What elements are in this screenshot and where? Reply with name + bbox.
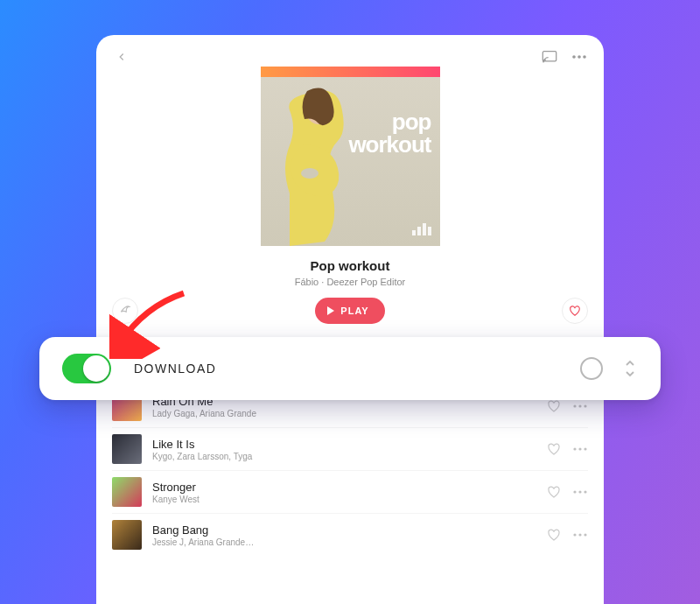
track-name: Stronger (152, 481, 536, 494)
svg-point-10 (578, 447, 581, 450)
svg-point-3 (583, 55, 586, 59)
toggle-knob (83, 355, 109, 382)
track-artist: Kanye West (152, 495, 536, 504)
svg-point-9 (573, 447, 576, 450)
svg-point-8 (584, 404, 586, 407)
search-icon[interactable] (580, 357, 603, 380)
svg-point-1 (572, 55, 576, 59)
header-actions (541, 48, 588, 66)
header-bar (96, 35, 604, 67)
heart-icon[interactable] (546, 441, 562, 457)
play-button[interactable]: PLAY (315, 298, 384, 324)
more-icon[interactable] (572, 484, 588, 500)
track-artist: Lady Gaga, Ariana Grande (152, 409, 536, 418)
action-row: PLAY (96, 296, 604, 326)
playlist-card: pop workout Pop workout Fábio · Deezer P… (96, 35, 604, 604)
heart-icon[interactable] (546, 398, 562, 414)
heart-icon[interactable] (546, 484, 562, 500)
track-row[interactable]: Like It Is Kygo, Zara Larsson, Tyga (112, 428, 588, 471)
svg-point-17 (584, 533, 586, 536)
more-icon[interactable] (572, 441, 588, 457)
more-icon[interactable] (572, 527, 588, 543)
svg-point-16 (578, 533, 581, 536)
download-toggle[interactable] (62, 354, 111, 383)
download-bar: DOWNLOAD (39, 337, 661, 400)
play-icon (327, 306, 334, 315)
svg-point-15 (573, 533, 576, 536)
svg-point-5 (301, 168, 318, 179)
heart-icon[interactable] (546, 527, 562, 543)
track-row[interactable]: Bang Bang Jessie J, Ariana Grande… (112, 514, 588, 556)
play-button-label: PLAY (340, 306, 368, 316)
svg-point-14 (584, 490, 586, 493)
track-name: Like It Is (152, 438, 536, 451)
track-name: Bang Bang (152, 523, 536, 537)
more-icon[interactable] (572, 398, 588, 414)
playlist-cover[interactable]: pop workout (261, 67, 440, 246)
playlist-subtitle: Fábio · Deezer Pop Editor (295, 277, 406, 287)
equalizer-icon (412, 223, 431, 235)
svg-point-13 (578, 490, 581, 493)
favorite-button[interactable] (562, 298, 588, 324)
back-button[interactable] (112, 47, 131, 67)
cover-text-line1: pop (348, 110, 430, 133)
track-row[interactable]: Stronger Kanye West (112, 471, 588, 514)
more-icon[interactable] (570, 48, 588, 66)
svg-point-7 (578, 404, 581, 407)
cover-section: pop workout Pop workout Fábio · Deezer P… (96, 67, 604, 326)
svg-point-11 (584, 447, 586, 450)
cover-figure-illustration (268, 84, 373, 246)
track-art (112, 477, 142, 507)
svg-point-12 (573, 490, 576, 493)
svg-point-2 (578, 55, 581, 59)
track-artist: Kygo, Zara Larsson, Tyga (152, 452, 536, 461)
track-artist: Jessie J, Ariana Grande… (152, 537, 536, 547)
download-label: DOWNLOAD (134, 362, 216, 376)
track-art (112, 434, 142, 464)
track-art (112, 520, 142, 550)
playlist-title: Pop workout (311, 258, 390, 273)
svg-point-6 (573, 404, 576, 407)
sort-icon[interactable] (622, 359, 638, 378)
cast-icon[interactable] (541, 48, 558, 66)
cover-text-line2: workout (348, 133, 430, 156)
share-button[interactable] (112, 298, 138, 324)
track-list: Rain On Me Lady Gaga, Ariana Grande Like… (96, 385, 604, 556)
